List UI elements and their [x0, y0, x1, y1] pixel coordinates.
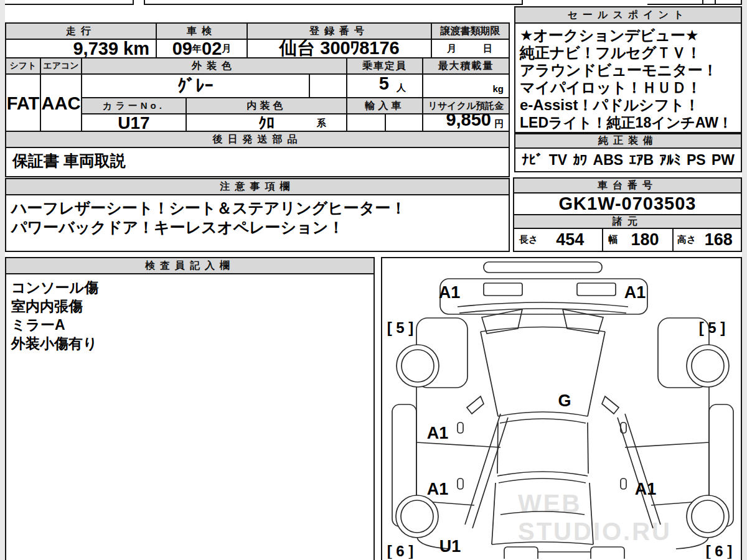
shaken-month-unit: 月: [222, 43, 231, 55]
sales-line: マイパイロット！ＨＵＤ！: [520, 79, 736, 96]
registration-header: 登録番号: [247, 22, 432, 40]
capacity-unit: 人: [397, 82, 406, 94]
spec-height-cell: 高さ 168: [672, 228, 742, 252]
ac-value: AAC: [40, 73, 82, 133]
sales-line: ★オークションデビュー★: [520, 27, 736, 44]
auction-sheet-page: 走行 9,739 km 車検 09年02月 登録番号 仙台 300ﾜ8176 譲…: [0, 0, 747, 560]
spec-height-label: 高さ: [677, 234, 696, 246]
spec-height-value: 168: [696, 230, 741, 250]
damage-label-bumper-right: A1: [624, 283, 646, 302]
spec-length-value: 454: [538, 230, 602, 250]
recycle-value: 9,850: [446, 113, 491, 130]
shaken-month: 02: [202, 39, 222, 58]
damage-label-door-rear-right: A1: [635, 480, 657, 498]
equipment-item: TV: [549, 152, 567, 169]
damage-label-corner-right: [ 6 ]: [706, 543, 733, 559]
transfer-deadline-value: 月 日: [431, 39, 510, 58]
notes-line: パワーバックドア！キーレスオペレーション！: [11, 218, 504, 237]
damage-label-bumper-left: A1: [439, 283, 461, 302]
notes-header: 注意事項欄: [5, 178, 510, 195]
sales-line: 純正ナビ！フルセグＴＶ！: [520, 44, 736, 62]
shipping-header: 後日発送部品: [5, 131, 510, 148]
inspector-line: 室内内張傷: [11, 297, 369, 315]
transfer-deadline-header: 譲渡書類期限: [431, 22, 510, 40]
spec-length-label: 長さ: [519, 234, 538, 246]
damage-label-corner-left: [ 6 ]: [387, 543, 414, 559]
shaken-year: 09: [172, 39, 192, 58]
recycle-header: リサイクル預託金: [422, 97, 510, 114]
recycle-unit: 円: [494, 118, 504, 130]
notes-box: ハーフレザーシート！シート＆ステアリングヒーター！ パワーバックドア！キーレスオ…: [5, 194, 510, 252]
equipment-item: ABS: [593, 152, 624, 169]
exterior-color-suffix-cell: [309, 73, 347, 98]
shift-header: シフト: [5, 57, 41, 75]
mileage-header: 走行: [5, 22, 157, 40]
spec-width-cell: 幅 180: [602, 228, 674, 252]
ac-header: エアコン: [40, 57, 82, 75]
sales-point-box: ★オークションデビュー★ 純正ナビ！フルセグＴＶ！ アラウンドビューモニター！ …: [514, 22, 742, 133]
spec-length-cell: 長さ 454: [513, 228, 603, 252]
capacity-value-cell: 5 人: [346, 73, 423, 98]
damage-label-fender-left: [ 5 ]: [387, 319, 414, 336]
top-remnant-line: [647, 4, 742, 5]
chassis-value: GK1W-0703503: [513, 192, 742, 215]
transfer-month-unit: 月: [447, 43, 456, 55]
shaken-header: 車検: [156, 22, 248, 40]
inspector-box: コンソール傷 室内内張傷 ミラーA 外装小傷有り: [5, 273, 375, 560]
top-remnant-line: [715, 0, 716, 5]
shaken-value: 09年02月: [156, 39, 248, 58]
payload-value-cell: kg: [422, 73, 510, 98]
top-remnant-line: [522, 0, 523, 5]
equipment-item: ﾅﾋﾞ: [522, 152, 543, 169]
notes-line: ハーフレザーシート！シート＆ステアリングヒーター！: [11, 198, 504, 218]
equipment-item: PS: [687, 152, 706, 169]
car-top-view-diagram: A1 A1 [ 5 ] [ 5 ] G A1 A1 A1 U1 [ 6 ] [ …: [382, 258, 741, 559]
equipment-item: ｱﾙﾐ: [659, 152, 681, 169]
equipment-header: 純正装備: [514, 133, 742, 149]
top-remnant-line: [5, 4, 133, 5]
equipment-item: ｶﾜ: [573, 152, 587, 169]
shaken-year-unit: 年: [192, 43, 202, 55]
specs-header: 諸元: [513, 214, 742, 229]
inspector-line: 外装小傷有り: [11, 334, 369, 353]
spec-width-label: 幅: [608, 234, 618, 246]
damage-label-door-rear-left: A1: [427, 480, 449, 498]
equipment-item: ｴｱB: [629, 152, 654, 169]
mileage-value: 9,739 km: [5, 39, 157, 58]
interior-color-value: ｸﾛ: [258, 114, 275, 133]
interior-color-suffix: 系: [317, 118, 326, 129]
inspector-header: 検査員記入欄: [5, 257, 375, 274]
top-remnant-line: [144, 4, 523, 5]
sales-line: LEDライト！純正18インチAW！: [520, 114, 736, 131]
equipment-item: PW: [712, 152, 735, 169]
damage-label-glass: G: [558, 391, 571, 410]
damage-label-rear-left: U1: [439, 537, 461, 556]
transfer-day-unit: 日: [483, 43, 492, 55]
sales-line: e-Assist！パドルシフト！: [520, 96, 736, 114]
chassis-header: 車台番号: [513, 177, 742, 194]
top-remnant-line: [741, 0, 742, 5]
capacity-header: 乗車定員: [346, 57, 423, 75]
sales-point-header: セールスポイント: [514, 6, 742, 24]
equipment-row: ﾅﾋﾞ TV ｶﾜ ABS ｴｱB ｱﾙﾐ PS PW: [514, 147, 742, 172]
damage-label-door-front-left: A1: [427, 424, 449, 442]
capacity-value: 5: [379, 73, 389, 94]
registration-value: 仙台 300ﾜ8176: [247, 39, 432, 58]
color-no-header: カラーNo.: [81, 97, 187, 114]
top-remnant-line: [133, 0, 134, 5]
shipping-value: 保証書 車両取説: [5, 147, 510, 177]
damage-label-fender-right: [ 5 ]: [699, 319, 726, 336]
damage-diagram-box: WEB STUDIO.RU: [381, 257, 742, 560]
exterior-color-value: ｸﾞﾚｰ: [81, 73, 310, 98]
import-header: 輸入車: [346, 97, 423, 114]
shift-value: FAT: [5, 73, 41, 133]
inspector-line: コンソール傷: [11, 278, 369, 297]
inspector-line: ミラーA: [11, 315, 369, 334]
sales-line: アラウンドビューモニター！: [520, 62, 736, 79]
payload-unit: kg: [492, 83, 504, 94]
payload-header: 最大積載量: [422, 57, 510, 75]
exterior-color-header: 外装色: [81, 57, 347, 75]
spec-width-value: 180: [618, 230, 672, 250]
interior-color-header: 内装色: [186, 97, 347, 114]
top-remnant-line: [702, 0, 703, 5]
